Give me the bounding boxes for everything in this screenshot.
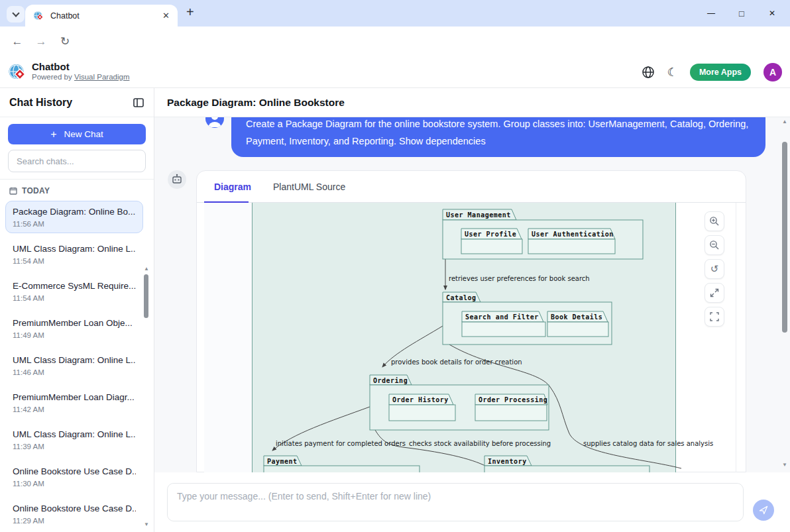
visual-paradigm-favicon xyxy=(33,11,44,21)
sidebar-scrollbar[interactable]: ▲ ▼ xyxy=(143,266,150,528)
send-icon xyxy=(758,505,769,515)
zoom-out-button[interactable] xyxy=(705,235,724,255)
visual-paradigm-link[interactable]: Visual Paradigm xyxy=(74,73,130,81)
scroll-up-icon[interactable]: ▲ xyxy=(781,119,788,125)
chat-item-time: 11:42 AM xyxy=(13,405,136,413)
package-order-history: Order History xyxy=(389,394,455,421)
more-apps-button[interactable]: More Apps xyxy=(690,64,751,81)
chat-item-title: PremiumMember Loan Obje... xyxy=(13,317,136,329)
chat-message-area: Create a Package Diagram for the online … xyxy=(154,117,790,472)
chat-history-item[interactable]: PremiumMember Loan Obje... 11:49 AM xyxy=(5,312,143,345)
chat-item-time: 11:46 AM xyxy=(13,368,136,376)
chat-item-title: UML Class Diagram: Online L... xyxy=(13,354,136,366)
chat-item-title: PremiumMember Loan Diagr... xyxy=(13,392,136,403)
diagram-gutter xyxy=(204,203,252,472)
chevron-down-icon xyxy=(12,9,19,17)
message-composer xyxy=(154,472,790,532)
browser-window: Chatbot ✕ + — □ ✕ ← → ↻ ai-toolbox.visua… xyxy=(0,0,790,532)
package-search-and-filter: Search and Filter xyxy=(462,311,545,337)
maximize-button[interactable]: □ xyxy=(726,9,757,19)
chat-history-item[interactable]: PremiumMember Loan Diagr... 11:42 AM xyxy=(5,386,143,419)
expand-button[interactable] xyxy=(705,283,724,303)
svg-text:Ordering: Ordering xyxy=(373,377,408,384)
chat-history-item[interactable]: UML Class Diagram: Online L... 11:54 AM xyxy=(5,238,143,270)
app-header: Chatbot Powered by Visual Paradigm ☾ Mor… xyxy=(0,56,790,88)
dependency-label: initiates payment for completed orders xyxy=(276,440,406,447)
visual-paradigm-logo xyxy=(8,63,27,84)
chat-history-sidebar: Chat History + New Chat TODAY xyxy=(0,88,154,532)
tab-diagram[interactable]: Diagram xyxy=(214,182,251,192)
chat-item-time: 11:29 AM xyxy=(13,517,136,525)
chat-history-item[interactable]: Package Diagram: Online Bo... 11:56 AM xyxy=(5,201,143,233)
scrollbar-thumb[interactable] xyxy=(782,142,787,333)
back-button[interactable]: ← xyxy=(5,27,29,56)
diagram-canvas[interactable]: User Management User Profile User Authen xyxy=(252,203,676,472)
scroll-down-icon[interactable]: ▼ xyxy=(781,462,788,468)
new-chat-button[interactable]: + New Chat xyxy=(8,124,146,144)
chat-history-item[interactable]: Online Bookstore Use Case D... 11:30 AM xyxy=(5,460,143,493)
collapse-panel-icon[interactable] xyxy=(133,97,144,109)
plus-icon: + xyxy=(50,129,56,140)
reload-button[interactable]: ↻ xyxy=(53,27,77,56)
svg-text:User Management: User Management xyxy=(446,211,511,219)
svg-text:Order Processing: Order Processing xyxy=(479,396,547,403)
browser-toolbar: ← → ↻ ai-toolbox.visual-paradigm.com/app… xyxy=(0,27,790,56)
dependency-label: provides book details for order creation xyxy=(391,358,522,366)
user-avatar xyxy=(205,117,224,128)
chat-item-time: 11:54 AM xyxy=(13,294,136,302)
powered-by: Powered by Visual Paradigm xyxy=(32,73,129,81)
forward-button[interactable]: → xyxy=(29,27,53,56)
chat-history-item[interactable]: Online Bookstore Use Case D... 11:29 AM xyxy=(5,498,143,530)
scroll-up-icon[interactable]: ▲ xyxy=(143,266,150,272)
dependency-label: retrieves user preferences for book sear… xyxy=(449,275,590,282)
svg-text:Search and Filter: Search and Filter xyxy=(465,313,539,321)
chat-history-item[interactable]: UML Class Diagram: Online L... 11:39 AM xyxy=(5,423,143,456)
package-order-processing: Order Processing xyxy=(475,394,547,421)
dependency-label: supplies catalog data for sales analysis xyxy=(583,440,713,447)
language-globe-icon[interactable] xyxy=(642,66,655,79)
zoom-in-button[interactable] xyxy=(705,211,724,231)
robot-icon xyxy=(171,174,183,186)
svg-text:Payment: Payment xyxy=(267,458,298,465)
chat-item-time: 11:49 AM xyxy=(13,331,136,339)
svg-text:Catalog: Catalog xyxy=(446,294,477,301)
chat-history-item[interactable]: E-Commerce SysML Require... 11:54 AM xyxy=(5,275,143,307)
dark-mode-moon-icon[interactable]: ☾ xyxy=(667,66,677,80)
result-tabs: Diagram PlantUML Source xyxy=(197,171,746,203)
new-tab-button[interactable]: + xyxy=(186,5,194,20)
dependency-label: checks stock availability before process… xyxy=(409,440,551,447)
package-book-details: Book Details xyxy=(547,311,608,337)
chat-item-title: Package Diagram: Online Bo... xyxy=(13,206,136,218)
tab-search-button[interactable] xyxy=(7,6,25,23)
person-icon xyxy=(205,117,224,128)
message-input[interactable] xyxy=(168,484,743,521)
chat-item-title: Online Bookstore Use Case D... xyxy=(13,466,136,478)
package-user-authentication: User Authentication xyxy=(528,229,615,254)
chat-item-time: 11:39 AM xyxy=(13,443,136,451)
preview-divider xyxy=(736,203,736,472)
scrollbar-thumb[interactable] xyxy=(144,274,148,318)
chat-item-time: 11:56 AM xyxy=(13,220,136,228)
diagram-preview[interactable]: User Management User Profile User Authen xyxy=(197,203,746,472)
chat-scrollbar[interactable]: ▲ ▼ xyxy=(781,119,788,471)
fullscreen-button[interactable] xyxy=(705,307,724,327)
user-message-bubble: Create a Package Diagram for the online … xyxy=(231,117,765,157)
close-window-button[interactable]: ✕ xyxy=(757,9,787,18)
tab-close-icon[interactable]: ✕ xyxy=(162,11,170,20)
search-chats-input[interactable] xyxy=(8,150,146,172)
chat-item-time: 11:30 AM xyxy=(13,480,136,488)
scroll-down-icon[interactable]: ▼ xyxy=(143,521,150,528)
chat-history-item[interactable]: UML Class Diagram: Online L... 11:46 AM xyxy=(5,349,143,382)
send-button[interactable] xyxy=(753,500,774,521)
diagram-response-card: Diagram PlantUML Source xyxy=(196,170,746,472)
page-title: Package Diagram: Online Bookstore xyxy=(167,97,345,109)
sidebar-title: Chat History xyxy=(9,97,72,109)
browser-tab[interactable]: Chatbot ✕ xyxy=(25,5,178,27)
app-user-avatar[interactable]: A xyxy=(763,63,782,81)
chat-item-title: UML Class Diagram: Online L... xyxy=(13,243,136,255)
reset-view-button[interactable]: ↺ xyxy=(705,259,724,279)
svg-text:User Profile: User Profile xyxy=(465,231,516,238)
minimize-button[interactable]: — xyxy=(696,9,726,18)
main-panel: Package Diagram: Online Bookstore Create… xyxy=(154,88,790,532)
tab-plantuml-source[interactable]: PlantUML Source xyxy=(273,182,345,192)
